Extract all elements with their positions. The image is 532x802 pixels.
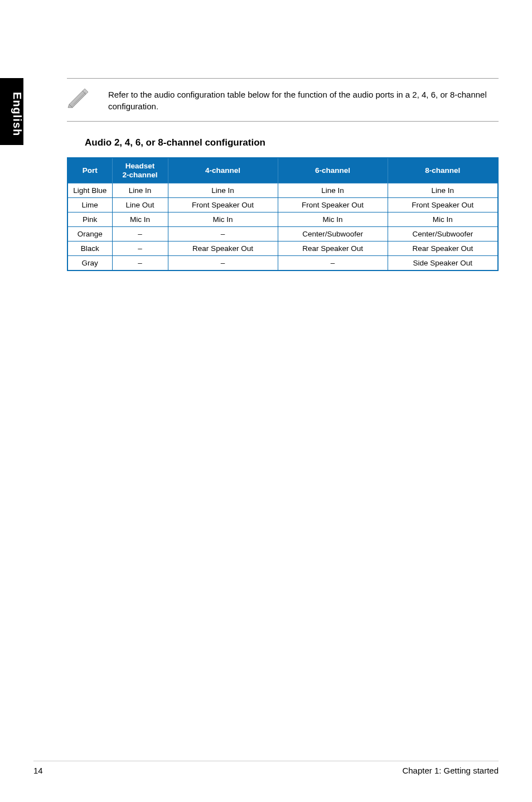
table-cell: Line In [168, 183, 278, 198]
table-cell: Light Blue [67, 183, 112, 198]
table-row: Black–Rear Speaker OutRear Speaker OutRe… [67, 241, 498, 256]
table-header-row: Port Headset 2-channel 4-channel 6-chann… [67, 158, 498, 183]
th-4channel: 4-channel [168, 158, 278, 183]
language-tab: English [0, 78, 23, 145]
table-cell: Rear Speaker Out [388, 241, 498, 256]
table-cell: Side Speaker Out [388, 256, 498, 271]
note-callout: Refer to the audio configuration table b… [67, 78, 499, 122]
note-text: Refer to the audio configuration table b… [108, 88, 499, 112]
table-cell: Line In [278, 183, 388, 198]
section-heading: Audio 2, 4, 6, or 8-channel configuratio… [85, 137, 499, 148]
chapter-label: Chapter 1: Getting started [402, 766, 499, 775]
table-cell: Center/Subwoofer [278, 227, 388, 241]
table-cell: Mic In [112, 212, 168, 227]
table-cell: Center/Subwoofer [388, 227, 498, 241]
table-cell: – [112, 227, 168, 241]
table-cell: Pink [67, 212, 112, 227]
table-cell: – [168, 227, 278, 241]
page-footer: 14 Chapter 1: Getting started [33, 761, 499, 775]
th-6channel: 6-channel [278, 158, 388, 183]
table-row: Gray–––Side Speaker Out [67, 256, 498, 271]
table-cell: Front Speaker Out [278, 198, 388, 212]
table-cell: Line In [388, 183, 498, 198]
table-cell: – [112, 241, 168, 256]
th-port: Port [67, 158, 112, 183]
table-cell: Line Out [112, 198, 168, 212]
table-cell: Front Speaker Out [388, 198, 498, 212]
table-cell: – [278, 256, 388, 271]
table-cell: Black [67, 241, 112, 256]
table-row: LimeLine OutFront Speaker OutFront Speak… [67, 198, 498, 212]
page-number: 14 [33, 766, 43, 775]
table-cell: Line In [112, 183, 168, 198]
th-8channel: 8-channel [388, 158, 498, 183]
th-headset: Headset 2-channel [112, 158, 168, 183]
table-row: PinkMic InMic InMic InMic In [67, 212, 498, 227]
audio-config-table: Port Headset 2-channel 4-channel 6-chann… [67, 157, 499, 271]
table-cell: Gray [67, 256, 112, 271]
table-cell: Front Speaker Out [168, 198, 278, 212]
table-cell: Rear Speaker Out [278, 241, 388, 256]
table-cell: Rear Speaker Out [168, 241, 278, 256]
table-cell: Mic In [278, 212, 388, 227]
pencil-note-icon [67, 88, 91, 109]
table-cell: – [168, 256, 278, 271]
table-cell: Orange [67, 227, 112, 241]
table-cell: Mic In [388, 212, 498, 227]
table-row: Light BlueLine InLine InLine InLine In [67, 183, 498, 198]
table-cell: Mic In [168, 212, 278, 227]
table-cell: Lime [67, 198, 112, 212]
table-row: Orange––Center/SubwooferCenter/Subwoofer [67, 227, 498, 241]
page-content: Refer to the audio configuration table b… [67, 78, 499, 271]
table-cell: – [112, 256, 168, 271]
